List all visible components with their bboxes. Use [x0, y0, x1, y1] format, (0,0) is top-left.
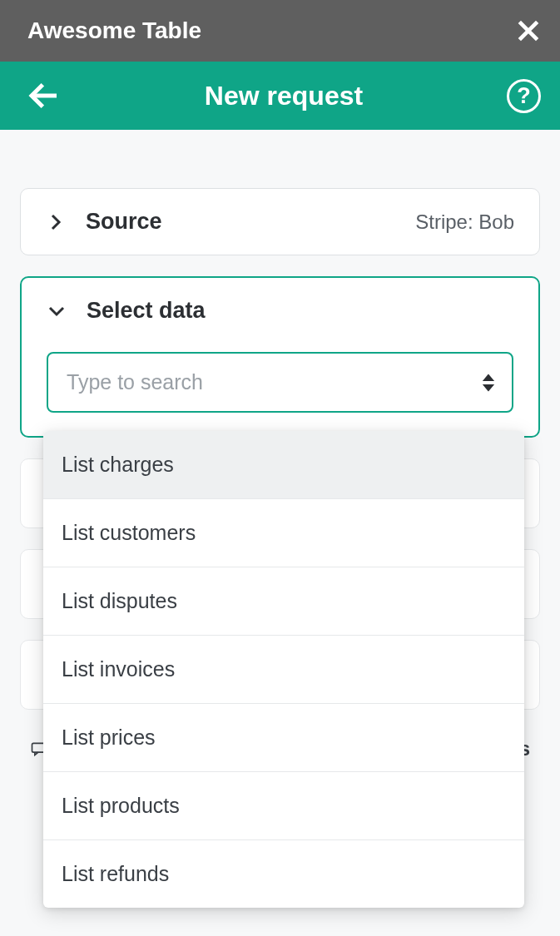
dropdown-menu: List charges List customers List dispute… [43, 431, 524, 908]
select-data-header[interactable]: Select data [47, 298, 513, 324]
help-button[interactable]: ? [507, 79, 541, 113]
source-card[interactable]: Source Stripe: Bob [20, 188, 540, 255]
page-title: New request [205, 81, 363, 111]
search-wrapper [47, 352, 513, 413]
dropdown-item[interactable]: List invoices [43, 636, 524, 704]
title-bar: Awesome Table [0, 0, 560, 62]
search-input[interactable] [47, 352, 513, 413]
source-card-left: Source [46, 209, 162, 235]
chevron-down-icon [47, 301, 67, 321]
source-label: Source [86, 209, 162, 235]
select-data-card: Select data [20, 276, 540, 438]
chevron-right-icon [46, 212, 66, 232]
dropdown-item[interactable]: List customers [43, 499, 524, 567]
back-arrow-icon[interactable] [27, 79, 61, 112]
help-icon: ? [517, 83, 531, 109]
close-icon[interactable] [515, 17, 542, 44]
source-value: Stripe: Bob [415, 210, 514, 234]
dropdown-item[interactable]: List disputes [43, 567, 524, 636]
header-bar: New request ? [0, 62, 560, 130]
app-title: Awesome Table [27, 17, 201, 44]
dropdown-item[interactable]: List refunds [43, 840, 524, 908]
dropdown-item[interactable]: List products [43, 772, 524, 840]
dropdown-item[interactable]: List prices [43, 704, 524, 772]
select-data-label: Select data [87, 298, 206, 324]
content-area: Source Stripe: Bob Select data gs List c [0, 130, 560, 767]
dropdown-item[interactable]: List charges [43, 431, 524, 499]
